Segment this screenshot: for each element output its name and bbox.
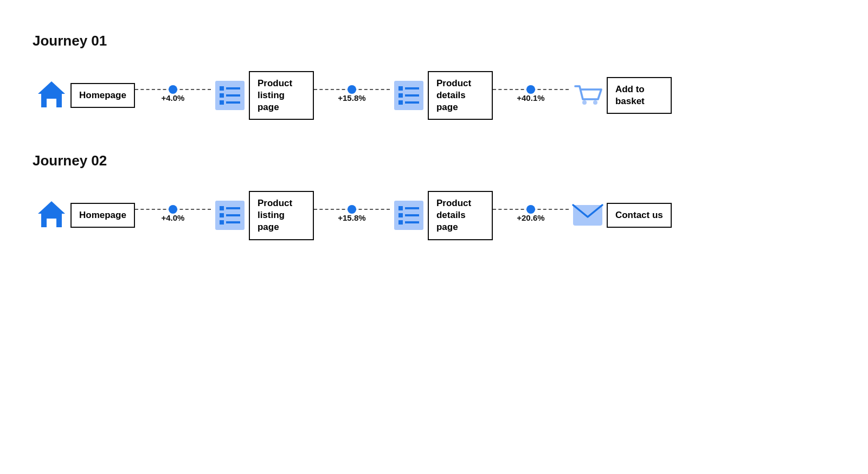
- node-contact-2: Contact us: [569, 196, 672, 234]
- svg-marker-19: [38, 201, 65, 214]
- connector-1-2: +15.8%: [314, 89, 390, 103]
- svg-rect-25: [220, 213, 224, 217]
- node-homepage-2: Homepage: [33, 196, 135, 234]
- svg-rect-5: [226, 87, 240, 89]
- svg-rect-7: [226, 94, 240, 97]
- connector-2-1: +4.0%: [135, 209, 211, 222]
- journey-02-title: Journey 02: [33, 152, 835, 169]
- percent-1-1: +4.0%: [161, 93, 184, 103]
- connector-2-3: +20.6%: [493, 209, 569, 222]
- svg-rect-27: [220, 220, 224, 225]
- svg-rect-31: [405, 207, 419, 209]
- percent-1-2: +15.8%: [338, 93, 365, 103]
- svg-rect-9: [226, 101, 240, 104]
- svg-point-17: [582, 100, 587, 105]
- svg-rect-14: [405, 94, 419, 97]
- svg-rect-16: [405, 101, 419, 104]
- svg-point-18: [593, 100, 597, 105]
- svg-rect-4: [220, 86, 224, 91]
- svg-rect-15: [398, 100, 403, 105]
- node-basket-1: Add to basket: [569, 76, 672, 114]
- basket-1-label: Add to basket: [607, 77, 672, 114]
- homepage-2-label: Homepage: [70, 203, 135, 228]
- svg-rect-34: [398, 220, 403, 225]
- connector-dot: [526, 205, 535, 214]
- svg-rect-28: [226, 221, 240, 223]
- node-details-2: Product details page: [390, 191, 493, 240]
- percent-2-1: +4.0%: [161, 213, 184, 222]
- details-icon-2: [390, 196, 428, 234]
- journey-01-flow: Homepage +4.0%: [33, 71, 835, 120]
- svg-rect-13: [398, 93, 403, 98]
- node-homepage-1: Homepage: [33, 76, 135, 114]
- home-icon: [33, 76, 70, 114]
- connector-dot: [348, 85, 356, 94]
- listing-icon: [211, 76, 249, 114]
- connector-dot: [526, 85, 535, 94]
- journey-01-section: Journey 01 Homepage +4.0%: [33, 33, 835, 120]
- svg-rect-24: [226, 207, 240, 209]
- svg-rect-8: [220, 100, 224, 105]
- svg-rect-2: [47, 99, 56, 107]
- svg-rect-26: [226, 214, 240, 216]
- svg-rect-12: [405, 87, 419, 89]
- connector-1-3: +40.1%: [493, 89, 569, 103]
- contact-icon: [569, 196, 607, 234]
- connector-2-2: +15.8%: [314, 209, 390, 222]
- node-listing-1: Product listing page: [211, 71, 314, 120]
- journey-02-section: Journey 02 Homepage +4.0%: [33, 152, 835, 240]
- svg-rect-11: [398, 86, 403, 91]
- homepage-1-label: Homepage: [70, 83, 135, 108]
- journey-02-flow: Homepage +4.0%: [33, 191, 835, 240]
- svg-rect-35: [405, 221, 419, 223]
- svg-marker-0: [38, 81, 65, 94]
- contact-2-label: Contact us: [607, 203, 672, 228]
- svg-rect-21: [47, 219, 56, 227]
- listing-1-label: Product listing page: [249, 71, 314, 120]
- home-icon-2: [33, 196, 70, 234]
- svg-rect-33: [405, 214, 419, 216]
- percent-2-2: +15.8%: [338, 213, 365, 222]
- node-details-1: Product details page: [390, 71, 493, 120]
- listing-icon-2: [211, 196, 249, 234]
- journey-01-title: Journey 01: [33, 33, 835, 49]
- percent-1-3: +40.1%: [517, 93, 544, 103]
- svg-rect-6: [220, 93, 224, 98]
- svg-rect-32: [398, 213, 403, 217]
- connector-dot: [169, 205, 177, 214]
- svg-rect-30: [398, 206, 403, 210]
- listing-2-label: Product listing page: [249, 191, 314, 240]
- basket-icon: [569, 76, 607, 114]
- svg-rect-23: [220, 206, 224, 210]
- details-2-label: Product details page: [428, 191, 493, 240]
- connector-dot: [169, 85, 177, 94]
- connector-dot: [348, 205, 356, 214]
- node-listing-2: Product listing page: [211, 191, 314, 240]
- percent-2-3: +20.6%: [517, 213, 544, 222]
- connector-1-1: +4.0%: [135, 89, 211, 103]
- details-icon: [390, 76, 428, 114]
- details-1-label: Product details page: [428, 71, 493, 120]
